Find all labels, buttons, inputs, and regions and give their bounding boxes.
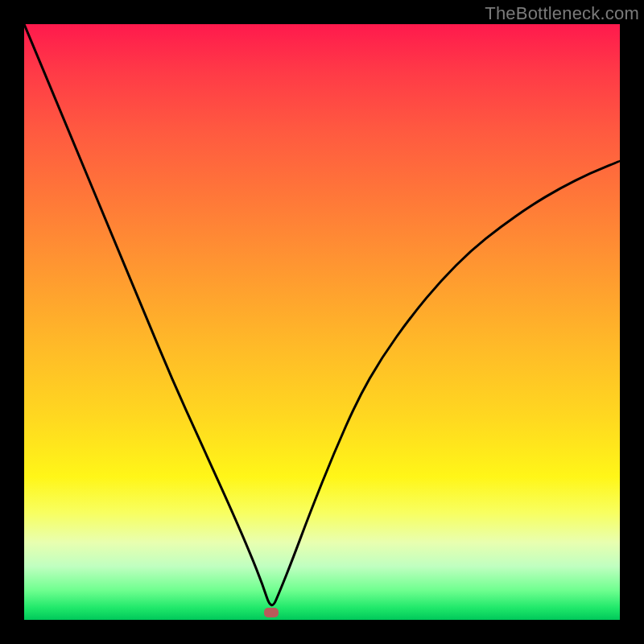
plot-area — [24, 24, 620, 620]
optimal-marker — [264, 608, 279, 617]
outer-frame: TheBottleneck.com — [0, 0, 644, 644]
bottleneck-curve — [24, 24, 620, 620]
curve-path — [24, 24, 620, 605]
watermark-text: TheBottleneck.com — [485, 3, 639, 24]
